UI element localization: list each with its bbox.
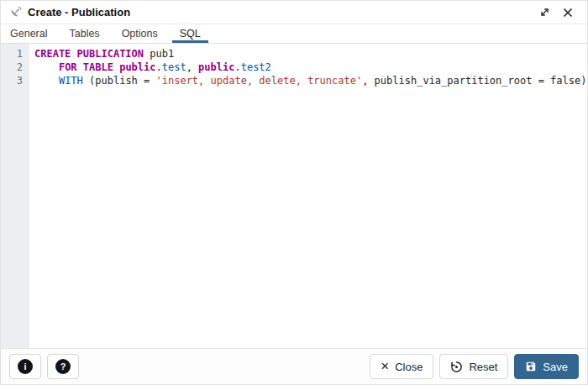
code-segment: test2 (241, 61, 271, 73)
code-segment: . (234, 61, 240, 73)
reset-icon (450, 361, 463, 373)
line-number-gutter: 1 2 3 (1, 44, 29, 348)
create-publication-dialog: Create - Publication General Tables Opti… (0, 0, 588, 385)
code-segment: , publish_via_partition_root = false); (362, 75, 587, 87)
line-number: 3 (1, 74, 29, 87)
line-number: 2 (1, 61, 29, 74)
tab-options[interactable]: Options (114, 24, 165, 43)
reset-button[interactable]: Reset (439, 354, 508, 379)
code-line: WITH (publish = 'insert, update, delete,… (34, 74, 587, 87)
code-segment: , (186, 61, 198, 73)
dialog-tabbar: General Tables Options SQL (1, 24, 587, 44)
dialog-footer: i ? × Close Reset (1, 348, 587, 384)
publication-satellite-icon (9, 6, 22, 18)
dialog-header: Create - Publication (1, 1, 587, 24)
code-segment: test (162, 61, 186, 73)
code-area[interactable]: CREATE PUBLICATION pub1 FOR TABLE public… (29, 44, 587, 348)
close-button[interactable]: × Close (370, 354, 433, 379)
code-line: FOR TABLE public.test, public.test2 (34, 61, 587, 74)
code-segment: WITH (59, 75, 83, 87)
sql-info-button[interactable]: i (9, 354, 41, 379)
help-button[interactable]: ? (47, 354, 79, 379)
save-button-label: Save (543, 361, 568, 373)
close-icon[interactable] (559, 3, 577, 22)
code-line: CREATE PUBLICATION pub1 (34, 47, 587, 61)
close-x-icon: × (381, 359, 389, 373)
sql-editor[interactable]: 1 2 3 CREATE PUBLICATION pub1 FOR TABLE … (1, 44, 587, 348)
code-segment (34, 75, 59, 87)
code-segment: . (156, 61, 162, 73)
reset-button-label: Reset (469, 361, 497, 373)
save-floppy-icon (525, 361, 537, 372)
close-button-label: Close (395, 361, 423, 373)
code-segment: CREATE PUBLICATION (34, 48, 144, 60)
maximize-icon[interactable] (535, 3, 554, 22)
info-icon: i (18, 359, 33, 374)
code-segment: pub1 (144, 48, 174, 60)
tab-tables[interactable]: Tables (61, 24, 107, 43)
tab-general[interactable]: General (3, 24, 55, 43)
tab-sql[interactable]: SQL (172, 24, 208, 43)
question-icon: ? (55, 359, 71, 374)
code-segment: FOR TABLE public (59, 61, 156, 73)
code-segment (34, 61, 59, 73)
save-button[interactable]: Save (514, 354, 579, 379)
code-segment: (publish = (83, 75, 156, 87)
code-segment: public (198, 61, 234, 73)
code-segment: 'insert, update, delete, truncate' (156, 75, 363, 87)
dialog-title: Create - Publication (28, 6, 130, 18)
line-number: 1 (1, 47, 29, 61)
